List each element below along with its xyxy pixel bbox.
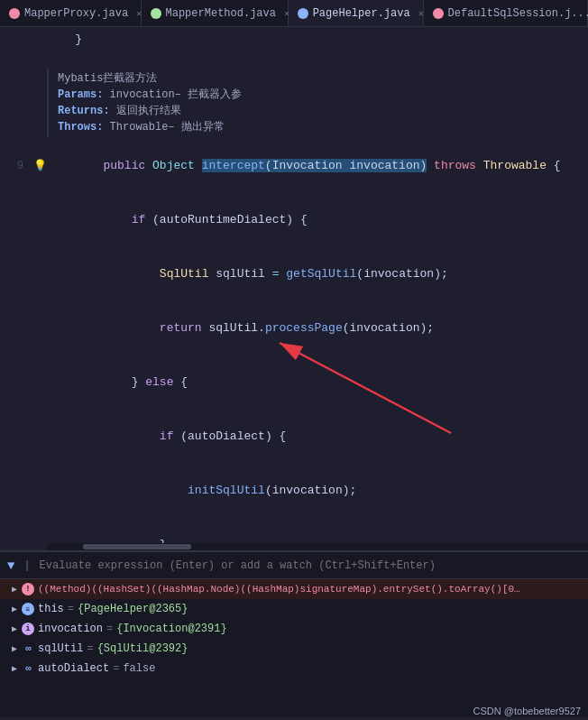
code-line-intercept: 9 💡 public Object intercept(Invocation i…: [0, 139, 588, 193]
expand-autodialect[interactable]: ▶: [7, 661, 22, 676]
oo-icon-autodialect: ∞: [22, 662, 34, 675]
tab-icon-2: [151, 8, 161, 19]
tab-label-3: PageHelper.java: [313, 7, 410, 20]
javadoc-block: Mybatis拦截器方法 Params: invocation – 拦截器入参 …: [47, 69, 588, 137]
code-line: }: [0, 31, 588, 49]
expand-invocation[interactable]: ▶: [7, 622, 22, 636]
tab-mapperpoxy[interactable]: MapperProxy.java ✕: [0, 0, 142, 26]
debug-var-sqlutil: ▶ ∞ sqlUtil = {SqlUtil@2392}: [0, 639, 588, 659]
code-editor: } Mybatis拦截器方法 Params: invocation – 拦截器入…: [0, 27, 588, 550]
code-line: } else {: [0, 355, 588, 410]
tab-bar: MapperProxy.java ✕ MapperMethod.java ✕ P…: [0, 0, 588, 27]
debug-var-autodialect: ▶ ∞ autoDialect = false: [0, 659, 588, 678]
code-line: return sqlUtil.processPage(invocation);: [0, 301, 588, 355]
debug-panel: ▼ | ▶ ! ((Method)((HashSet)((HashMap.Nod…: [0, 550, 588, 717]
filter-icon[interactable]: ▼: [7, 558, 14, 573]
tab-label-2: MapperMethod.java: [166, 7, 276, 20]
tab-defaultsqlsession[interactable]: DefaultSqlSession.j...: [424, 0, 588, 26]
debug-toolbar: ▼ |: [0, 552, 588, 579]
scrollbar-thumb-h[interactable]: [83, 544, 191, 549]
list-icon-this: ≡: [22, 603, 34, 615]
watermark: CSDN @tobebetter9527: [473, 706, 581, 716]
tab-icon-3: [298, 8, 308, 19]
code-line: initSqlUtil(invocation);: [0, 464, 588, 518]
code-line: [0, 49, 588, 67]
separator: |: [23, 559, 30, 572]
code-lines: } Mybatis拦截器方法 Params: invocation – 拦截器入…: [0, 27, 588, 550]
javadoc-returns: Returns: 返回执行结果: [54, 103, 583, 119]
tab-label-1: MapperProxy.java: [24, 7, 128, 20]
tab-icon-4: [433, 8, 444, 19]
tab-pagehelper[interactable]: PageHelper.java ✕: [289, 0, 424, 26]
tab-mappermethod[interactable]: MapperMethod.java ✕: [142, 0, 289, 26]
scrollbar-track-h[interactable]: [47, 543, 588, 550]
debug-error-row: ▶ ! ((Method)((HashSet)((HashMap.Node)((…: [0, 579, 588, 599]
debug-var-this: ▶ ≡ this = {PageHelper@2365}: [0, 599, 588, 619]
expand-sqlutil[interactable]: ▶: [7, 642, 22, 656]
oo-icon-sqlutil: ∞: [22, 642, 34, 655]
javadoc-throws: Throws: Throwable – 抛出异常: [54, 119, 583, 135]
code-line: SqlUtil sqlUtil = getSqlUtil(invocation)…: [0, 247, 588, 301]
obj-icon-invocation: i: [22, 623, 34, 635]
javadoc-params: Params: invocation – 拦截器入参: [54, 87, 583, 103]
error-value: ((Method)((HashSet)((HashMap.Node)((Hash…: [38, 584, 525, 595]
javadoc-title: Mybatis拦截器方法: [54, 70, 583, 87]
code-line: if (autoRuntimeDialect) {: [0, 193, 588, 247]
debug-var-invocation: ▶ i invocation = {Invocation@2391}: [0, 619, 588, 639]
tab-label-4: DefaultSqlSession.j...: [448, 7, 588, 20]
tab-icon-1: [9, 8, 20, 19]
expand-this[interactable]: ▶: [7, 602, 22, 616]
expand-error[interactable]: ▶: [7, 582, 22, 596]
error-icon: !: [22, 583, 34, 595]
debug-expression-input[interactable]: [40, 559, 581, 572]
code-line: if (autoDialect) {: [0, 410, 588, 464]
